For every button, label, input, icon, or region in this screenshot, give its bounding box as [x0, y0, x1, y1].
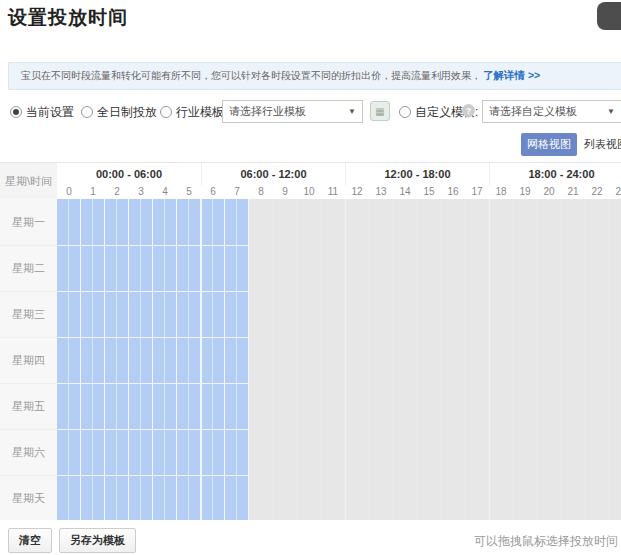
time-cell[interactable] [369, 429, 393, 475]
time-cell[interactable] [225, 475, 249, 520]
time-cell[interactable] [513, 337, 537, 383]
time-cell[interactable] [273, 383, 297, 429]
time-cell[interactable] [609, 475, 621, 520]
time-cell[interactable] [345, 245, 369, 291]
time-cell[interactable] [417, 337, 441, 383]
time-cell[interactable] [129, 383, 153, 429]
time-cell[interactable] [369, 199, 393, 245]
time-cell[interactable] [393, 337, 417, 383]
time-cell[interactable] [513, 245, 537, 291]
time-cell[interactable] [537, 337, 561, 383]
time-cell[interactable] [585, 383, 609, 429]
time-cell[interactable] [369, 337, 393, 383]
time-cell[interactable] [393, 245, 417, 291]
time-cell[interactable] [585, 337, 609, 383]
time-cell[interactable] [177, 429, 201, 475]
time-cell[interactable] [585, 199, 609, 245]
time-cell[interactable] [201, 429, 225, 475]
time-cell[interactable] [177, 475, 201, 520]
time-cell[interactable] [561, 199, 585, 245]
help-icon[interactable]: ? [462, 104, 475, 117]
time-cell[interactable] [513, 429, 537, 475]
time-cell[interactable] [417, 245, 441, 291]
time-cell[interactable] [81, 245, 105, 291]
time-cell[interactable] [201, 291, 225, 337]
time-cell[interactable] [105, 337, 129, 383]
time-cell[interactable] [465, 475, 489, 520]
time-cell[interactable] [537, 383, 561, 429]
time-cell[interactable] [105, 199, 129, 245]
time-cell[interactable] [105, 291, 129, 337]
time-cell[interactable] [81, 337, 105, 383]
custom-template-select[interactable]: 请选择自定义模板 ▼ [482, 100, 621, 123]
time-cell[interactable] [177, 337, 201, 383]
time-cell[interactable] [561, 383, 585, 429]
time-cell[interactable] [249, 383, 273, 429]
time-cell[interactable] [273, 245, 297, 291]
time-cell[interactable] [153, 245, 177, 291]
time-cell[interactable] [273, 475, 297, 520]
time-cell[interactable] [129, 199, 153, 245]
time-cell[interactable] [153, 383, 177, 429]
time-cell[interactable] [249, 429, 273, 475]
time-cell[interactable] [537, 199, 561, 245]
time-cell[interactable] [465, 383, 489, 429]
time-cell[interactable] [489, 429, 513, 475]
time-cell[interactable] [153, 199, 177, 245]
time-cell[interactable] [321, 245, 345, 291]
time-cell[interactable] [417, 383, 441, 429]
time-cell[interactable] [465, 291, 489, 337]
time-cell[interactable] [393, 429, 417, 475]
time-cell[interactable] [393, 291, 417, 337]
time-cell[interactable] [81, 199, 105, 245]
time-cell[interactable] [201, 199, 225, 245]
time-cell[interactable] [513, 383, 537, 429]
time-cell[interactable] [57, 337, 81, 383]
time-cell[interactable] [297, 245, 321, 291]
time-cell[interactable] [129, 475, 153, 520]
save-as-template-button[interactable]: 另存为模板 [59, 528, 136, 553]
time-cell[interactable] [537, 291, 561, 337]
time-cell[interactable] [153, 291, 177, 337]
time-cell[interactable] [609, 245, 621, 291]
time-cell[interactable] [321, 291, 345, 337]
time-cell[interactable] [513, 475, 537, 520]
time-cell[interactable] [153, 429, 177, 475]
time-cell[interactable] [321, 337, 345, 383]
time-cell[interactable] [441, 383, 465, 429]
template-badge-icon[interactable]: ▦ [370, 101, 390, 121]
time-cell[interactable] [225, 245, 249, 291]
time-cell[interactable] [129, 429, 153, 475]
time-cell[interactable] [393, 475, 417, 520]
time-cell[interactable] [561, 337, 585, 383]
time-cell[interactable] [369, 245, 393, 291]
radio-all-day[interactable]: 全日制投放 [81, 100, 157, 124]
time-cell[interactable] [417, 475, 441, 520]
time-cell[interactable] [129, 245, 153, 291]
time-cell[interactable] [489, 383, 513, 429]
learn-more-link[interactable]: 了解详情 >> [483, 69, 540, 83]
time-cell[interactable] [585, 475, 609, 520]
time-cell[interactable] [561, 245, 585, 291]
time-cell[interactable] [249, 199, 273, 245]
time-cell[interactable] [561, 475, 585, 520]
time-cell[interactable] [441, 245, 465, 291]
time-cell[interactable] [321, 475, 345, 520]
time-cell[interactable] [177, 199, 201, 245]
time-cell[interactable] [57, 429, 81, 475]
time-cell[interactable] [225, 429, 249, 475]
time-cell[interactable] [609, 383, 621, 429]
time-cell[interactable] [81, 383, 105, 429]
time-cell[interactable] [585, 245, 609, 291]
time-cell[interactable] [345, 475, 369, 520]
time-cell[interactable] [105, 383, 129, 429]
time-cell[interactable] [345, 337, 369, 383]
time-cell[interactable] [369, 291, 393, 337]
time-cell[interactable] [297, 337, 321, 383]
time-cell[interactable] [57, 245, 81, 291]
time-cell[interactable] [465, 245, 489, 291]
time-cell[interactable] [57, 383, 81, 429]
list-view-button[interactable]: 列表视图 [578, 133, 621, 156]
time-cell[interactable] [225, 291, 249, 337]
time-cell[interactable] [81, 291, 105, 337]
